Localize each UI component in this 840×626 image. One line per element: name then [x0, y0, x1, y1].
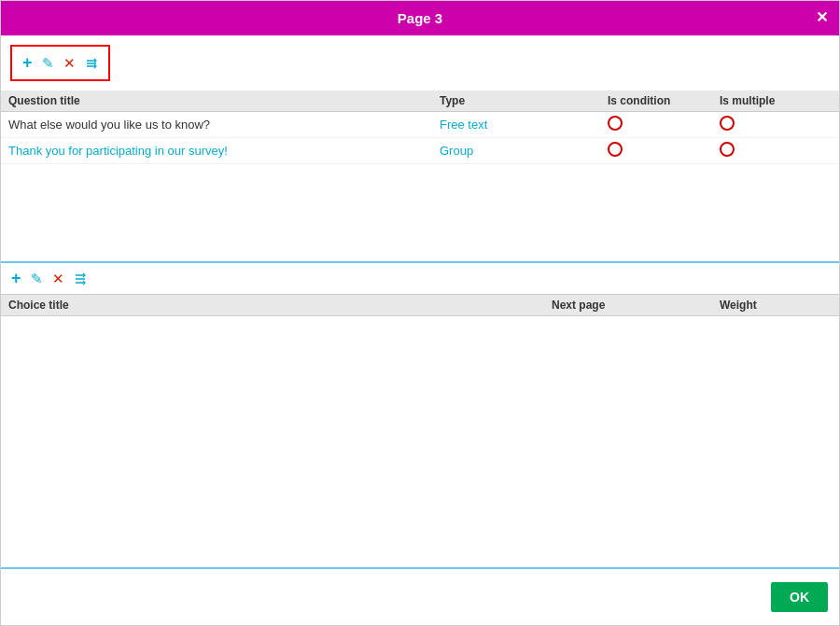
col-type: Type [440, 94, 608, 107]
col-choice-title: Choice title [8, 299, 552, 312]
delete-choice-button[interactable]: ✕ [49, 270, 67, 288]
question-title-1: What else would you like us to know? [8, 118, 440, 132]
circle-icon [608, 116, 623, 131]
col-next-page: Next page [552, 299, 720, 312]
edit-choice-button[interactable]: ✎ [28, 270, 46, 288]
questions-section: + ✎ ✕ Question title Type Is condition [1, 35, 839, 263]
circle-icon [608, 142, 623, 157]
is-multiple-2 [720, 142, 832, 160]
reorder-question-button[interactable] [82, 56, 101, 71]
ok-button[interactable]: OK [771, 582, 828, 612]
is-condition-1 [608, 116, 720, 133]
question-type-1: Free text [440, 118, 608, 132]
add-choice-button[interactable]: + [8, 268, 24, 289]
table-row[interactable]: What else would you like us to know? Fre… [1, 112, 839, 138]
is-multiple-1 [720, 116, 832, 133]
delete-question-button[interactable]: ✕ [61, 54, 78, 73]
choices-table-header: Choice title Next page Weight [1, 294, 839, 316]
col-is-condition: Is condition [608, 94, 720, 107]
circle-icon [720, 142, 735, 157]
add-question-button[interactable]: + [20, 52, 35, 74]
questions-table-body: What else would you like us to know? Fre… [1, 112, 839, 261]
choices-toolbar: + ✎ ✕ [1, 263, 839, 294]
choices-section: + ✎ ✕ Choice title Next page Weight [1, 263, 839, 569]
dialog-page3: Page 3 ✕ + ✎ ✕ Questi [0, 0, 840, 626]
choices-table-body [1, 316, 839, 567]
sort-icon [74, 272, 87, 285]
reorder-choice-button[interactable] [71, 271, 90, 286]
col-weight: Weight [720, 299, 832, 312]
close-button[interactable]: ✕ [811, 7, 832, 27]
reorder-icon [85, 57, 98, 70]
question-title-2: Thank you for participating in our surve… [8, 144, 440, 158]
col-is-multiple: Is multiple [720, 94, 832, 107]
questions-toolbar: + ✎ ✕ [10, 45, 110, 81]
circle-icon [720, 116, 735, 131]
title-bar: Page 3 ✕ [1, 1, 839, 35]
table-row[interactable]: Thank you for participating in our surve… [1, 138, 839, 164]
question-type-2: Group [440, 144, 608, 158]
col-question-title: Question title [8, 94, 440, 107]
dialog-footer: OK [1, 569, 839, 625]
questions-table-header: Question title Type Is condition Is mult… [1, 90, 839, 112]
is-condition-2 [608, 142, 720, 160]
dialog-title: Page 3 [398, 10, 442, 26]
edit-question-button[interactable]: ✎ [39, 54, 57, 73]
